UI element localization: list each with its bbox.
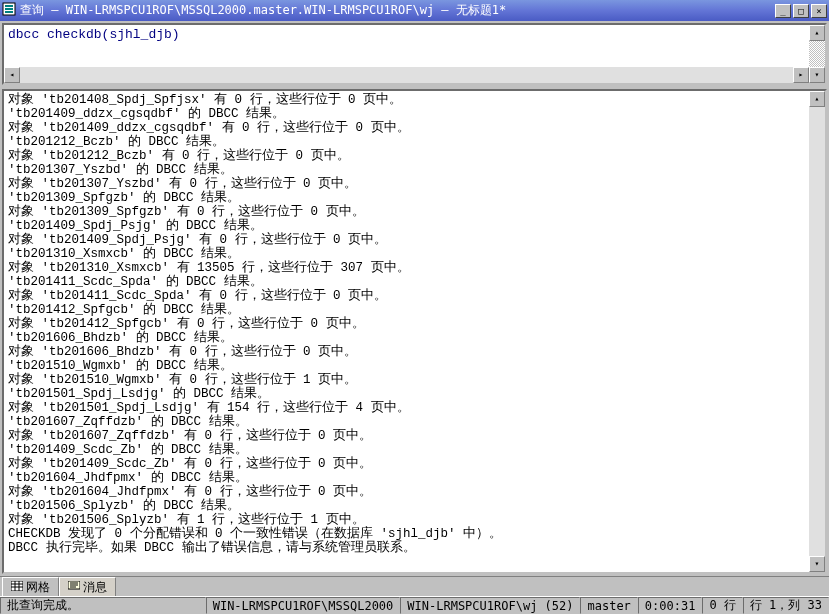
tabs-row: 网格 消息 <box>0 576 829 596</box>
results-vscrollbar[interactable]: ▴ ▾ <box>809 91 825 572</box>
scroll-up-icon[interactable]: ▴ <box>809 91 825 107</box>
tab-messages[interactable]: 消息 <box>59 577 116 597</box>
svg-rect-3 <box>5 11 13 13</box>
query-text[interactable]: dbcc checkdb(sjhl_djb) <box>4 25 825 44</box>
scroll-track[interactable] <box>20 67 793 83</box>
svg-rect-4 <box>11 581 23 591</box>
minimize-button[interactable]: _ <box>775 4 791 18</box>
status-user: WIN-LRMSPCU1ROF\wj (52) <box>400 597 580 614</box>
status-main: 批查询完成。 <box>0 597 206 614</box>
scroll-left-icon[interactable]: ◂ <box>4 67 20 83</box>
tab-grid-label: 网格 <box>26 579 50 596</box>
status-pos: 行 1，列 33 <box>743 597 829 614</box>
query-hscrollbar[interactable]: ◂ ▸ <box>4 67 809 83</box>
results-pane: 对象 'tb201408_Spdj_Spfjsx' 有 0 行，这些行位于 0 … <box>2 89 827 574</box>
window-title: 查询 — WIN-LRMSPCU1ROF\MSSQL2000.master.WI… <box>20 2 775 19</box>
titlebar: 查询 — WIN-LRMSPCU1ROF\MSSQL2000.master.WI… <box>0 0 829 21</box>
tab-messages-label: 消息 <box>83 579 107 596</box>
query-editor-pane[interactable]: dbcc checkdb(sjhl_djb) ▴ ▾ ◂ ▸ <box>2 23 827 85</box>
maximize-button[interactable]: □ <box>793 4 809 18</box>
results-text[interactable]: 对象 'tb201408_Spdj_Spfjsx' 有 0 行，这些行位于 0 … <box>4 91 825 557</box>
messages-icon <box>68 581 80 593</box>
svg-rect-2 <box>5 8 13 10</box>
scroll-right-icon[interactable]: ▸ <box>793 67 809 83</box>
query-vscrollbar[interactable]: ▴ ▾ <box>809 25 825 83</box>
window-buttons: _ □ × <box>775 4 827 18</box>
status-rows: 0 行 <box>702 597 742 614</box>
status-time: 0:00:31 <box>638 597 703 614</box>
scroll-up-icon[interactable]: ▴ <box>809 25 825 41</box>
svg-rect-1 <box>5 5 13 7</box>
scroll-track[interactable] <box>809 41 825 67</box>
status-server: WIN-LRMSPCU1ROF\MSSQL2000 <box>206 597 401 614</box>
grid-icon <box>11 581 23 593</box>
scroll-track[interactable] <box>809 107 825 556</box>
close-button[interactable]: × <box>811 4 827 18</box>
tab-grid[interactable]: 网格 <box>2 577 59 597</box>
status-db: master <box>580 597 637 614</box>
scroll-down-icon[interactable]: ▾ <box>809 556 825 572</box>
scroll-down-icon[interactable]: ▾ <box>809 67 825 83</box>
app-icon <box>2 2 16 19</box>
statusbar: 批查询完成。 WIN-LRMSPCU1ROF\MSSQL2000 WIN-LRM… <box>0 596 829 614</box>
